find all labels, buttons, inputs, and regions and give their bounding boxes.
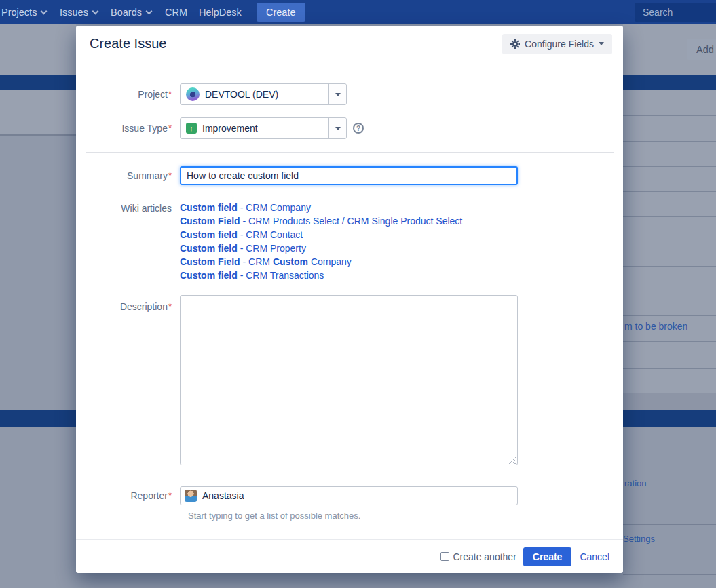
- description-textarea[interactable]: [180, 295, 518, 465]
- create-button[interactable]: Create: [523, 547, 572, 566]
- issue-type-select-caret-button[interactable]: [328, 118, 346, 138]
- dialog-header: Create Issue Configure Fields: [76, 26, 623, 62]
- summary-input[interactable]: [180, 166, 518, 185]
- improvement-type-icon: ↑: [186, 123, 197, 134]
- dialog-title: Create Issue: [90, 36, 166, 52]
- required-mark: *: [168, 490, 172, 501]
- bg-settings-link: Settings: [623, 534, 655, 544]
- create-another-label: Create another: [453, 551, 516, 562]
- project-select-caret-button[interactable]: [328, 84, 346, 104]
- required-mark: *: [168, 89, 172, 99]
- help-icon[interactable]: ?: [353, 123, 364, 134]
- dropdown-caret-icon: [599, 42, 604, 45]
- project-avatar-icon: [186, 87, 200, 101]
- configure-fields-button[interactable]: Configure Fields: [502, 34, 612, 54]
- summary-label: Summary*: [76, 170, 180, 181]
- chevron-down-icon: [146, 7, 153, 14]
- wiki-articles-label: Wiki articles: [76, 201, 180, 282]
- reporter-value: Anastasia: [202, 490, 244, 501]
- bg-row-divider: [623, 574, 716, 575]
- dialog-body: Project* DEVTOOL (DEV) Issue Type* ↑: [76, 83, 623, 521]
- nav-item-crm[interactable]: CRM: [165, 0, 187, 24]
- issue-type-label: Issue Type*: [76, 123, 180, 134]
- search-input[interactable]: [635, 3, 716, 22]
- nav-item-projects[interactable]: Projects: [1, 0, 46, 24]
- nav-item-label: Boards: [111, 7, 142, 18]
- wiki-articles-list: Custom field - CRM Company Custom Field …: [180, 201, 462, 282]
- required-mark: *: [168, 123, 172, 133]
- project-label: Project*: [76, 89, 180, 100]
- bg-row: [623, 393, 716, 410]
- wiki-article-link[interactable]: Custom field - CRM Transactions: [180, 269, 462, 282]
- nav-item-issues[interactable]: Issues: [60, 0, 98, 24]
- dropdown-caret-icon: [335, 127, 341, 130]
- bg-row-divider: [623, 166, 716, 167]
- bg-row-divider: [623, 141, 716, 142]
- reporter-field[interactable]: Anastasia: [180, 486, 518, 505]
- add-gadget-button: Add g: [687, 39, 716, 60]
- reporter-label: Reporter*: [76, 490, 180, 501]
- dialog-footer: Create another Create Cancel: [76, 539, 623, 573]
- create-another-option[interactable]: Create another: [440, 551, 516, 562]
- bg-row-divider: [623, 290, 716, 290]
- nav-item-label: CRM: [165, 7, 187, 18]
- create-issue-dialog: Create Issue Configure Fields Project* D…: [76, 26, 623, 573]
- nav-item-boards[interactable]: Boards: [111, 0, 151, 24]
- nav-item-helpdesk[interactable]: HelpDesk: [199, 0, 242, 24]
- bg-row-divider: [623, 191, 716, 192]
- project-select-value: DEVTOOL (DEV): [205, 89, 278, 100]
- bg-row-divider: [623, 460, 716, 460]
- nav-item-label: Projects: [1, 7, 37, 18]
- top-nav: Projects Issues Boards CRM HelpDesk Crea…: [0, 0, 716, 24]
- dropdown-caret-icon: [335, 93, 341, 96]
- bg-row-divider: [623, 368, 716, 369]
- required-mark: *: [168, 170, 172, 180]
- description-label: Description*: [76, 295, 180, 468]
- project-select[interactable]: DEVTOOL (DEV): [180, 83, 347, 105]
- section-divider: [86, 152, 614, 153]
- chevron-down-icon: [92, 7, 98, 14]
- issue-type-select-value: Improvement: [202, 123, 258, 134]
- create-issue-nav-button[interactable]: Create: [257, 3, 305, 22]
- bg-issue-link: m to be broken: [624, 321, 687, 332]
- bg-row-divider: [623, 115, 716, 116]
- gear-icon: [510, 39, 520, 49]
- wiki-article-link[interactable]: Custom Field - CRM Products Select / CRM…: [180, 214, 462, 228]
- wiki-article-link[interactable]: Custom field - CRM Contact: [180, 228, 462, 241]
- cancel-link[interactable]: Cancel: [580, 551, 609, 562]
- create-another-checkbox[interactable]: [440, 552, 449, 561]
- reporter-avatar: [185, 490, 197, 502]
- wiki-article-link[interactable]: Custom Field - CRM Custom Company: [180, 255, 462, 269]
- bg-row-divider: [623, 241, 716, 241]
- configure-fields-label: Configure Fields: [525, 39, 594, 50]
- bg-row-divider: [623, 341, 716, 342]
- required-mark: *: [168, 301, 172, 311]
- wiki-article-link[interactable]: Custom field - CRM Property: [180, 241, 462, 255]
- bg-row-divider: [623, 524, 716, 525]
- chevron-down-icon: [41, 7, 48, 14]
- bg-ration-link: ration: [624, 478, 647, 488]
- nav-item-label: HelpDesk: [199, 7, 242, 18]
- issue-type-select[interactable]: ↑ Improvement: [180, 117, 347, 139]
- bg-row-divider: [623, 266, 716, 267]
- bg-row-divider: [623, 216, 716, 217]
- nav-item-label: Issues: [60, 7, 88, 18]
- reporter-hint: Start typing to get a list of possible m…: [188, 511, 623, 521]
- bg-row-divider: [623, 315, 716, 316]
- wiki-article-link[interactable]: Custom field - CRM Company: [180, 201, 462, 214]
